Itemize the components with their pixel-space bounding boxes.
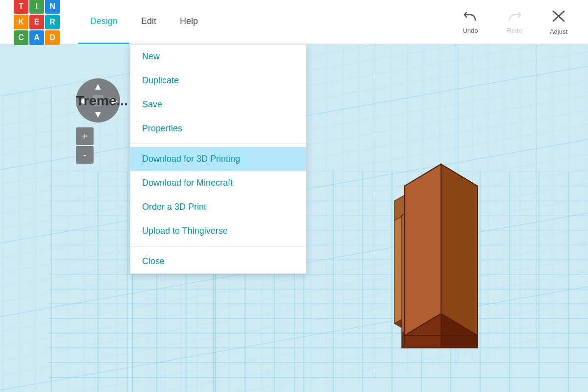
undo-button[interactable]: Undo — [451, 5, 490, 39]
menu-divider-2 — [130, 246, 306, 246]
menu-item-close[interactable]: Close — [130, 249, 306, 273]
nav-item-design[interactable]: Design — [78, 0, 129, 44]
nav-item-help[interactable]: Help — [168, 0, 210, 44]
logo-cell-E: E — [29, 15, 44, 29]
nav-arrow-down[interactable]: ▼ — [93, 109, 103, 120]
adjust-label: Adjust — [550, 28, 567, 35]
logo-cell-K: K — [14, 15, 28, 29]
logo[interactable]: T I N K E R C A D — [0, 0, 74, 44]
logo-cell-I: I — [29, 0, 44, 14]
undo-icon — [464, 10, 477, 25]
nav-arrow-up[interactable]: ▲ — [93, 81, 103, 92]
menu-item-properties[interactable]: Properties — [130, 117, 306, 141]
logo-cell-D: D — [45, 30, 60, 45]
undo-label: Undo — [463, 27, 478, 34]
adjust-button[interactable]: Adjust — [539, 5, 578, 39]
main-3d-hex-prism[interactable] — [372, 152, 510, 358]
project-title: Treme... — [76, 93, 128, 109]
redo-label: Redo — [507, 27, 522, 34]
logo-cell-C: C — [14, 30, 28, 45]
redo-icon — [508, 10, 521, 25]
menu-item-upload-thingiverse[interactable]: Upload to Thingiverse — [130, 219, 306, 243]
logo-cell-A: A — [29, 30, 44, 45]
zoom-in-button[interactable]: + — [76, 127, 94, 145]
redo-button[interactable]: Redo — [495, 5, 534, 39]
svg-marker-50 — [404, 164, 441, 336]
menu-item-download-3d[interactable]: Download for 3D Printing — [130, 147, 306, 171]
logo-grid: T I N K E R C A D — [14, 0, 60, 45]
logo-cell-T: T — [14, 0, 28, 14]
zoom-out-button[interactable]: - — [76, 146, 94, 164]
menu-item-duplicate[interactable]: Duplicate — [130, 69, 306, 93]
nav-menu: Design Edit Help — [78, 0, 210, 44]
design-dropdown-menu: New Duplicate Save Properties Download f… — [130, 44, 306, 274]
adjust-icon — [551, 9, 566, 26]
svg-marker-51 — [441, 164, 478, 336]
zoom-controls: + - — [76, 127, 94, 164]
toolbar-right: Undo Redo Adjust — [451, 0, 578, 44]
header: T I N K E R C A D Design Edit Help U — [0, 0, 588, 44]
menu-divider-1 — [130, 144, 306, 144]
nav-item-edit[interactable]: Edit — [129, 0, 168, 44]
logo-cell-N: N — [45, 0, 60, 14]
menu-item-order-3d[interactable]: Order a 3D Print — [130, 195, 306, 219]
menu-item-download-minecraft[interactable]: Download for Minecraft — [130, 171, 306, 195]
logo-cell-R: R — [45, 15, 60, 29]
menu-item-new[interactable]: New — [130, 45, 306, 69]
menu-item-save[interactable]: Save — [130, 93, 306, 117]
